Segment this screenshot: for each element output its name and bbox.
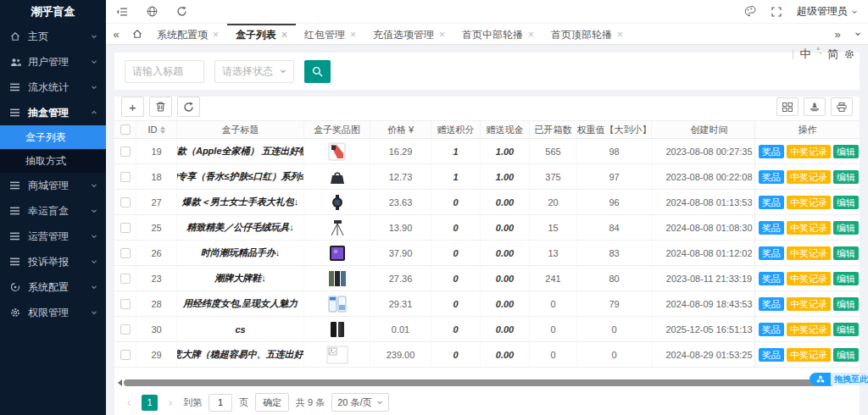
tab-box-list[interactable]: 盒子列表× [227,24,296,44]
action-record-button[interactable]: 中奖记录 [787,221,831,235]
main-content: 请选择状态 + ID盒子标题盒子奖品图价格 ¥赠送积分赠送现金已开箱数权重值【大… [106,45,868,415]
action-prize-button[interactable]: 奖品 [759,246,784,260]
action-edit-button[interactable]: 编辑 [833,348,859,362]
tabs-scroll-left-button[interactable]: « [106,24,126,44]
action-record-button[interactable]: 中奖记录 [787,196,831,209]
action-record-button[interactable]: 中奖记录 [787,348,831,362]
scroll-left-arrow-icon[interactable] [118,379,122,386]
close-icon[interactable]: × [528,29,534,41]
row-checkbox[interactable] [120,197,131,208]
row-checkbox[interactable] [120,299,131,309]
tab-recharge[interactable]: 充值选项管理× [364,24,453,44]
action-prize-button[interactable]: 奖品 [759,348,784,362]
close-icon[interactable]: × [617,29,623,41]
sidebar-item-draw[interactable]: 抽盒管理 [0,100,106,125]
tab-mid-carousel[interactable]: 首页中部轮播× [453,24,542,44]
refresh-icon[interactable] [176,6,187,17]
fullscreen-icon[interactable] [771,7,782,17]
action-prize-button[interactable]: 奖品 [759,221,784,235]
action-record-button[interactable]: 中奖记录 [787,272,831,285]
next-page-button[interactable]: › [164,396,176,409]
close-icon[interactable]: × [439,29,445,41]
print-icon[interactable] [831,97,853,116]
close-icon[interactable]: × [213,29,219,41]
column-header: 已开箱数 [530,121,577,138]
prev-page-button[interactable]: ‹ [123,396,135,409]
tabs-menu-button[interactable] [848,24,868,44]
sidebar-item-flow[interactable]: 流水统计 [0,75,106,100]
action-prize-button[interactable]: 奖品 [759,272,784,285]
refresh-table-button[interactable] [177,97,200,117]
home-tab-icon[interactable] [126,24,148,44]
lang-simplified-button[interactable]: 简 [827,47,838,62]
tab-sys-config[interactable]: 系统配置项× [148,24,227,44]
sidebar-item-complaint[interactable]: 投诉举报 [0,249,106,274]
lang-zh-button[interactable]: 中 [799,47,810,62]
search-title-input[interactable] [125,60,204,83]
status-select[interactable]: 请选择状态 [214,60,294,83]
sort-icon[interactable] [160,126,165,134]
sidebar-item-label: 幸运盲盒 [28,204,91,219]
delete-button[interactable] [149,97,172,117]
current-page-button[interactable]: 1 [142,395,158,411]
row-checkbox[interactable] [120,147,131,157]
action-record-button[interactable]: 中奖记录 [787,297,831,311]
add-button[interactable]: + [121,97,144,117]
action-edit-button[interactable]: 编辑 [833,221,859,235]
drag-upload-pill[interactable]: 拖拽至此上 [810,373,868,385]
collapse-sidebar-icon[interactable] [116,7,128,17]
sidebar-item-mall[interactable]: 商城管理 [0,173,106,198]
sidebar-item-lucky[interactable]: 幸运盲盒 [0,198,106,224]
action-edit-button[interactable]: 编辑 [833,323,859,336]
action-record-button[interactable]: 中奖记录 [787,246,831,260]
action-prize-button[interactable]: 奖品 [759,145,784,158]
action-prize-button[interactable]: 奖品 [759,170,784,184]
sidebar-item-system[interactable]: 系统配置 [0,274,106,300]
action-edit-button[interactable]: 编辑 [833,246,859,260]
row-checkbox[interactable] [120,324,131,335]
cell-price: 16.29 [370,139,431,163]
globe-icon[interactable] [147,6,158,17]
action-record-button[interactable]: 中奖记录 [787,145,831,158]
action-record-button[interactable]: 中奖记录 [787,170,831,184]
per-page-select[interactable]: 20 条/页 [331,393,388,412]
action-edit-button[interactable]: 编辑 [833,145,859,158]
select-all-checkbox[interactable] [120,125,131,135]
export-icon[interactable] [804,97,826,116]
tab-top-carousel[interactable]: 首页顶部轮播× [542,24,632,44]
close-icon[interactable]: × [350,29,356,41]
gear-icon[interactable] [844,49,854,59]
sidebar-item-operation[interactable]: 运营管理 [0,224,106,249]
close-icon[interactable]: × [281,29,287,41]
action-edit-button[interactable]: 编辑 [833,297,859,311]
row-checkbox[interactable] [120,172,131,182]
sidebar-subitem-draw-mode[interactable]: 抽取方式 [0,149,106,173]
sidebar-item-user[interactable]: 用户管理 [0,49,106,75]
tab-red-packet[interactable]: 红包管理× [296,24,364,44]
sidebar-subitem-box-list[interactable]: 盒子列表 [0,125,106,149]
row-actions: 奖品中奖记录编辑删除 [755,164,860,190]
action-edit-button[interactable]: 编辑 [833,196,859,209]
scrollbar-thumb[interactable] [124,379,834,386]
search-button[interactable] [304,60,331,83]
sidebar-item-permission[interactable]: 权限管理 [0,300,106,325]
goto-page-input[interactable] [209,394,232,412]
row-checkbox[interactable] [120,274,131,284]
theme-icon[interactable] [744,6,756,17]
action-prize-button[interactable]: 奖品 [759,196,784,209]
action-prize-button[interactable]: 奖品 [759,297,784,311]
user-menu[interactable]: 超级管理员 [797,4,858,19]
action-record-button[interactable]: 中奖记录 [787,323,831,336]
action-edit-button[interactable]: 编辑 [833,170,859,184]
sidebar-item-home[interactable]: 主页 [0,24,106,49]
chevron-down-icon [376,399,383,406]
action-edit-button[interactable]: 编辑 [833,272,859,285]
row-checkbox[interactable] [120,248,131,258]
columns-icon[interactable] [776,97,798,116]
row-checkbox[interactable] [120,350,131,360]
scrollbar-track[interactable] [124,379,856,386]
confirm-page-button[interactable]: 确定 [255,393,289,412]
tabs-scroll-right-button[interactable]: » [827,24,848,44]
action-prize-button[interactable]: 奖品 [759,323,784,336]
row-checkbox[interactable] [120,223,131,233]
